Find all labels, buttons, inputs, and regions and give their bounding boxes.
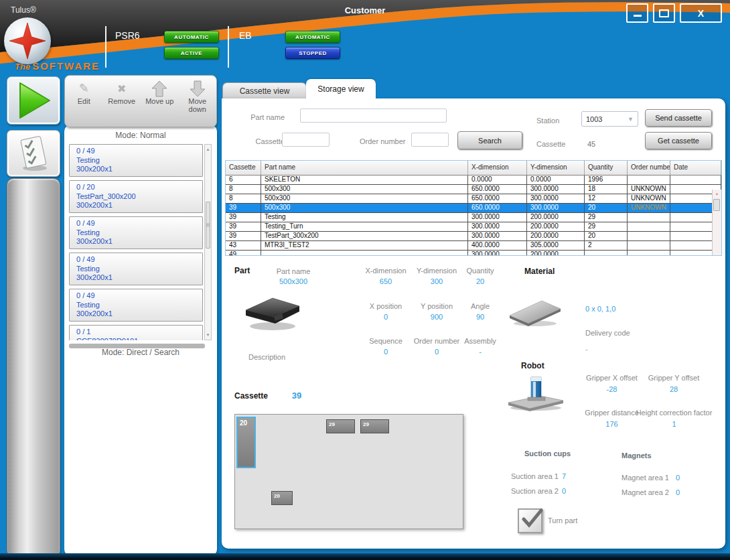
star-icon — [9, 23, 46, 59]
suction-cups-heading: Suction cups — [524, 449, 571, 458]
part-block[interactable]: 29 — [326, 419, 355, 433]
table-row[interactable]: 43MTR3I_TEST2400.0000305.00002 — [226, 241, 721, 251]
suction-area2-label: Suction area 2 — [511, 487, 563, 495]
column-header[interactable]: X-dimension — [468, 161, 527, 175]
cassette-heading: Cassette — [234, 391, 268, 401]
send-cassette-button[interactable]: Send cassette — [645, 109, 712, 127]
material-heading: Material — [524, 267, 555, 276]
close-button[interactable]: X — [680, 3, 722, 23]
psr6-active-status[interactable]: ACTIVE — [164, 47, 219, 59]
table-row[interactable]: 8500x300650.0000300.000012UNKNOWN — [226, 194, 721, 204]
column-header[interactable]: Quantity — [585, 161, 628, 175]
list-item[interactable]: 0 / 49Testing300x200x1 — [69, 216, 203, 249]
mode-direct-text: Mode: Direct / Search — [64, 348, 217, 357]
header-divider — [105, 26, 106, 68]
parts-table: Cassette Part name X-dimension Y-dimensi… — [225, 160, 722, 256]
list-item[interactable]: 0 / 49Testing300x200x1 — [69, 144, 203, 177]
storage-view-panel: Part name Cassette Order number Search S… — [222, 98, 725, 549]
part-name-label: Part name — [240, 113, 285, 121]
angle-label: Angle — [457, 302, 503, 310]
table-row[interactable]: 8500x300650.0000300.000018UNKNOWN — [226, 185, 721, 194]
column-header[interactable]: Date — [670, 161, 721, 175]
close-icon: X — [698, 8, 704, 19]
check-icon — [520, 506, 549, 530]
sequence-value: 0 — [359, 348, 413, 356]
order-number-input[interactable] — [411, 133, 449, 147]
quantity-label: Quantity — [457, 267, 503, 275]
start-button[interactable] — [7, 76, 60, 125]
move-up-button[interactable]: Move up — [141, 80, 179, 127]
order-number-label: Order number — [360, 137, 411, 145]
angle-value: 90 — [457, 313, 503, 321]
maximize-button[interactable] — [653, 3, 675, 23]
magnet-area2-label: Magnet area 2 — [622, 488, 675, 496]
window-bottom-edge — [0, 553, 730, 560]
cassette-layout-map: 20 29 29 20 — [234, 414, 463, 529]
x-position-value: 0 — [359, 313, 413, 321]
robot-image — [506, 372, 566, 415]
table-header: Cassette Part name X-dimension Y-dimensi… — [226, 161, 721, 176]
move-down-button[interactable]: Move down — [179, 80, 217, 127]
table-body: 6SKELETON0.00000.00001996 8500x300650.00… — [226, 176, 721, 256]
list-item[interactable]: 0 / 1CCE830070D0101 — [69, 325, 203, 340]
y-dimension-label: Y-dimension — [413, 267, 461, 275]
part-block[interactable]: 20 — [271, 491, 293, 505]
scroll-up-icon[interactable]: ▲ — [713, 191, 721, 196]
column-header[interactable]: Y-dimension — [527, 161, 585, 175]
psr6-automatic-status[interactable]: AUTOMATIC — [164, 31, 219, 43]
table-row[interactable]: 39Testing_Turn300.0000200.000029 — [226, 222, 721, 232]
scroll-down-icon[interactable]: ▼ — [205, 332, 211, 338]
maximize-icon — [659, 9, 669, 17]
part-name-value: 500x300 — [263, 277, 323, 285]
queue-scrollbar[interactable]: ▲ ☰ ▼ — [204, 144, 212, 340]
tulus-logo — [4, 17, 51, 64]
scroll-up-icon[interactable]: ▲ — [205, 147, 211, 152]
station-label: Station — [536, 117, 559, 125]
table-row-selected[interactable]: 39500x300650.0000300.000020UNKNOWN — [226, 204, 721, 213]
table-row[interactable]: 39TestPart_300x200300.0000200.000020 — [226, 232, 721, 241]
scrollbar-thumb[interactable]: ☰ — [206, 202, 210, 249]
scrollbar-thumb[interactable] — [713, 199, 720, 211]
part-heading: Part — [234, 266, 250, 275]
tab-storage-view[interactable]: Storage view — [306, 79, 376, 99]
app-title: Tulus® — [11, 5, 36, 15]
eb-automatic-status[interactable]: AUTOMATIC — [285, 31, 340, 43]
station-value: 1003 — [586, 115, 602, 123]
minimize-button[interactable] — [626, 3, 648, 23]
magnets-heading: Magnets — [622, 451, 652, 460]
description-label: Description — [248, 353, 285, 361]
column-header[interactable]: Part name — [261, 161, 468, 175]
turn-part-checkbox[interactable] — [518, 508, 542, 533]
search-button[interactable]: Search — [457, 131, 522, 149]
edit-label: Edit — [65, 97, 103, 105]
get-cassette-button[interactable]: Get cassette — [645, 132, 712, 149]
queue-toolbar: ✎ Edit ✖ Remove Move up Move down — [64, 75, 217, 127]
magnet-area2-value: 0 — [676, 488, 680, 496]
cassette-input[interactable] — [282, 133, 330, 147]
suction-area1-value: 7 — [562, 472, 566, 480]
column-header[interactable]: Cassette — [226, 161, 261, 175]
part-block[interactable]: 29 — [360, 419, 389, 433]
table-row[interactable]: 49300.0000200.0000 — [226, 251, 721, 256]
station-select[interactable]: 1003 ▼ — [581, 111, 638, 127]
eb-stopped-status[interactable]: STOPPED — [285, 47, 340, 59]
tab-cassette-view[interactable]: Cassette view — [222, 82, 307, 99]
part-block-selected[interactable]: 20 — [236, 417, 256, 468]
job-list-button[interactable] — [7, 130, 60, 177]
remove-button[interactable]: ✖ Remove — [103, 80, 141, 127]
edit-button[interactable]: ✎ Edit — [65, 80, 103, 127]
x-dimension-label: X-dimension — [359, 267, 413, 275]
table-row[interactable]: 39Testing300.0000200.000029 — [226, 213, 721, 222]
list-item[interactable]: 0 / 20TestPart_300x200300x200x1 — [69, 180, 203, 213]
table-row[interactable]: 6SKELETON0.00000.00001996 — [226, 176, 721, 185]
page-title: Customer — [305, 5, 425, 15]
list-item[interactable]: 0 / 49Testing300x200x1 — [69, 289, 203, 322]
part-name-input[interactable] — [300, 109, 447, 123]
list-item[interactable]: 0 / 49Testing300x200x1 — [69, 253, 203, 285]
quantity-value: 20 — [457, 277, 503, 285]
column-header[interactable]: Order numbe — [628, 161, 670, 175]
table-scrollbar[interactable]: ▲ ▼ — [712, 190, 721, 256]
move-up-label: Move up — [141, 97, 179, 105]
y-position-value: 900 — [413, 313, 461, 321]
magnet-area1-label: Magnet area 1 — [622, 474, 675, 482]
